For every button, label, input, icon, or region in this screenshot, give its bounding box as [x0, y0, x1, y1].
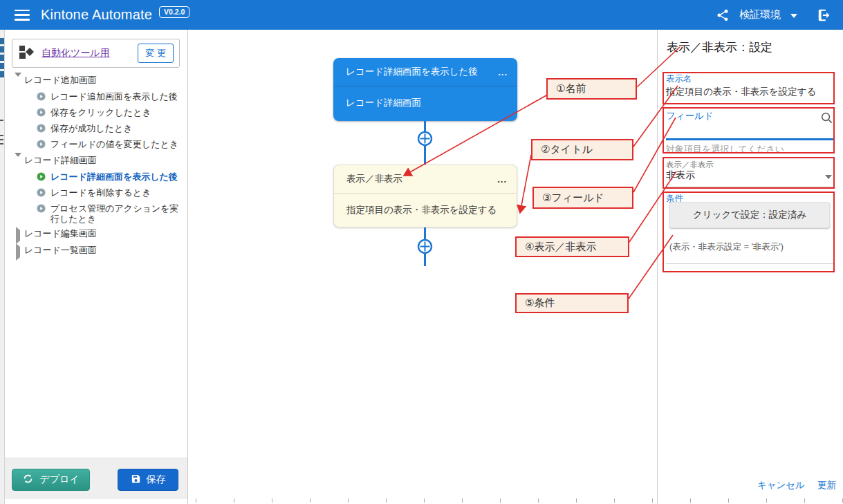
annotation-title: ②タイトル — [531, 139, 633, 160]
play-circle-icon — [37, 140, 46, 151]
node-menu-button[interactable]: ... — [498, 67, 508, 77]
tree-node-record-detail[interactable]: レコード詳細画面 — [5, 153, 188, 169]
app-title: Kintone Automate — [41, 7, 152, 23]
tree-item[interactable]: 保存をクリックしたとき — [5, 105, 188, 121]
sidebar-footer: デプロイ 保存 — [5, 458, 187, 499]
save-floppy-icon — [131, 474, 141, 486]
add-node-button[interactable] — [417, 131, 433, 147]
kintone-automate-window: Kintone Automate V0.2.0 検証環境 — [0, 0, 843, 504]
play-circle-icon — [37, 108, 46, 119]
display-name-label: 表示名 — [666, 73, 692, 85]
chevron-down-icon[interactable] — [15, 77, 24, 87]
logout-icon[interactable] — [817, 8, 832, 23]
search-icon[interactable] — [820, 111, 833, 127]
app-selector: 自動化ツール用 変 更 — [12, 39, 180, 68]
field-helper-text: 対象項目を選択してください — [666, 143, 784, 156]
change-app-button[interactable]: 変 更 — [138, 44, 174, 63]
flow-canvas[interactable]: レコード詳細画面を表示した後 ... レコード詳細画面 表示／非表示 ... 指… — [188, 30, 657, 504]
page-minimap-strip — [0, 30, 5, 504]
field-input-underline — [666, 138, 834, 140]
tree-item[interactable]: プロセス管理のアクションを実行したとき — [5, 201, 188, 226]
visibility-label: 表示／非表示 — [666, 160, 714, 170]
play-circle-icon-active — [37, 172, 46, 183]
annotation-field: ③フィールド — [532, 187, 633, 209]
tree-item[interactable]: レコードを削除するとき — [5, 185, 188, 201]
trigger-node-subtitle: レコード詳細画面 — [346, 97, 421, 109]
annotation-name: ①名前 — [546, 78, 637, 100]
play-circle-icon — [37, 188, 46, 199]
app-icon — [18, 44, 35, 63]
visibility-underline — [666, 187, 834, 187]
annotation-visibility: ④表示／非表示 — [515, 236, 629, 257]
display-name-value[interactable]: 指定項目の表示・非表示を設定する — [666, 86, 835, 98]
app-name-link[interactable]: 自動化ツール用 — [41, 47, 110, 59]
chevron-right-icon[interactable] — [15, 247, 24, 257]
tree-node-record-edit[interactable]: レコード編集画面 — [5, 226, 188, 243]
node-menu-button[interactable]: ... — [497, 174, 507, 185]
version-badge: V0.2.0 — [159, 6, 189, 18]
tree-node-record-add[interactable]: レコード追加画面 — [5, 73, 188, 89]
annotation-condition: ⑤条件 — [515, 293, 629, 313]
trigger-node[interactable]: レコード詳細画面を表示した後 ... レコード詳細画面 — [333, 58, 517, 121]
environment-caret-icon[interactable] — [790, 14, 797, 18]
field-label: フィールド — [666, 110, 714, 122]
update-button[interactable]: 更新 — [817, 479, 836, 492]
top-bar: Kintone Automate V0.2.0 検証環境 — [0, 0, 843, 30]
sync-icon — [22, 473, 34, 487]
trigger-node-title: レコード詳細画面を表示した後 — [346, 66, 478, 78]
panel-title: 表示／非表示：設定 — [667, 39, 772, 55]
dropdown-caret-icon[interactable] — [825, 175, 832, 179]
settings-panel: 表示／非表示：設定 表示名 指定項目の表示・非表示を設定する フィールド 対象項… — [657, 30, 843, 504]
tree-node-record-list[interactable]: レコード一覧画面 — [5, 243, 188, 259]
environment-label: 検証環境 — [739, 8, 781, 21]
sidebar: 自動化ツール用 変 更 レコード追加画面 レコード追加画面を表示した後 保存をク… — [5, 30, 188, 504]
tree-item[interactable]: 保存が成功したとき — [5, 121, 188, 137]
condition-summary: (表示・非表示設定 = '非表示') — [669, 241, 784, 253]
add-node-button[interactable] — [417, 239, 433, 254]
deploy-button[interactable]: デプロイ — [12, 469, 90, 491]
visibility-select[interactable]: 非表示 — [666, 169, 695, 182]
action-node-title: 表示／非表示 — [346, 173, 402, 185]
divider — [666, 263, 834, 264]
play-circle-icon — [37, 124, 46, 135]
field-select-input[interactable] — [666, 122, 815, 138]
hamburger-menu-icon[interactable] — [15, 10, 30, 21]
save-button[interactable]: 保存 — [118, 469, 178, 491]
tree-item[interactable]: フィールドの値を変更したとき — [5, 137, 188, 153]
action-node-subtitle: 指定項目の表示・非表示を設定する — [346, 204, 497, 216]
play-circle-icon — [37, 204, 46, 215]
cancel-button[interactable]: キャンセル — [757, 479, 805, 492]
chevron-right-icon[interactable] — [15, 230, 24, 241]
chevron-down-icon[interactable] — [15, 157, 24, 167]
action-node[interactable]: 表示／非表示 ... 指定項目の表示・非表示を設定する — [333, 165, 517, 227]
condition-set-button[interactable]: クリックで設定：設定済み — [669, 202, 830, 228]
event-tree: レコード追加画面 レコード追加画面を表示した後 保存をクリックしたとき 保存が成… — [5, 73, 188, 259]
share-icon[interactable] — [716, 8, 730, 22]
tree-item-selected[interactable]: レコード詳細画面を表示した後 — [5, 169, 188, 185]
tree-item[interactable]: レコード追加画面を表示した後 — [5, 89, 188, 105]
play-circle-icon — [37, 92, 46, 103]
